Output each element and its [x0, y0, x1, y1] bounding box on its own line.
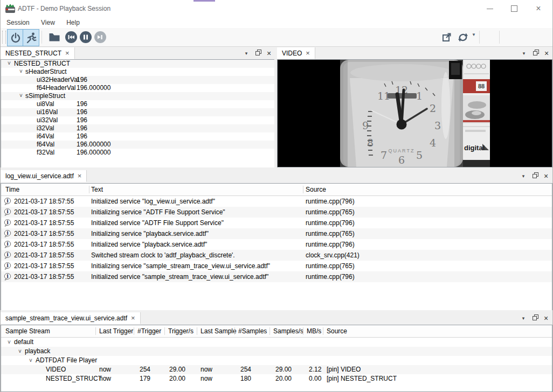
tree-row[interactable]: i64Val196	[1, 132, 274, 141]
column-header-text[interactable]: Text	[91, 184, 103, 195]
tree-row[interactable]: ˅sHeaderStruct	[1, 68, 274, 76]
column-header-trigger-s[interactable]: Trigger/s	[168, 325, 193, 337]
tab-video[interactable]: VIDEO×	[277, 47, 315, 59]
chevron-down-icon[interactable]: ˅	[16, 347, 24, 356]
svg-text:i: i	[6, 262, 9, 268]
panel-close-icon[interactable]: ×	[542, 49, 551, 58]
tab-close-icon[interactable]: ×	[131, 312, 135, 324]
column-header-last-trigger[interactable]: Last Trigger	[99, 325, 133, 337]
chevron-down-icon[interactable]: ˅	[5, 60, 13, 67]
table-row[interactable]: i2021-03-17 18:57:55Initializing service…	[1, 207, 552, 218]
panel-menu-icon[interactable]: ▾	[520, 49, 528, 58]
float-panel-icon[interactable]	[531, 49, 540, 58]
panel-menu-icon[interactable]: ▾	[519, 314, 528, 323]
tab-trace-view[interactable]: sample_stream_trace_view.ui_service.adtf…	[1, 312, 141, 324]
column-separator[interactable]	[197, 327, 197, 335]
column-header-source[interactable]: Source	[306, 184, 326, 195]
minimize-button[interactable]	[481, 1, 499, 16]
tree-row[interactable]: f64HeaderVal196.000000	[1, 84, 274, 92]
svg-text:i: i	[6, 208, 9, 214]
log-time-cell: 2021-03-17 18:57:55	[14, 218, 74, 228]
tree-row[interactable]: i32Val196	[1, 124, 274, 132]
panel-close-icon[interactable]: ×	[542, 172, 550, 180]
column-separator[interactable]	[164, 327, 165, 335]
menu-session[interactable]: Session	[2, 17, 34, 28]
float-panel-icon[interactable]	[531, 172, 540, 180]
panel-menu-icon[interactable]: ▾	[519, 172, 528, 180]
maximize-button[interactable]	[505, 1, 523, 16]
column-header-sample-stream[interactable]: Sample Stream	[5, 325, 50, 337]
table-row[interactable]: i2021-03-17 18:57:55Initializing service…	[1, 261, 552, 271]
menu-help[interactable]: Help	[61, 17, 85, 28]
table-row[interactable]: i2021-03-17 18:57:55Initialized service …	[1, 218, 552, 228]
tree-row[interactable]: ˅NESTED_STRUCT	[1, 60, 274, 68]
column-separator[interactable]	[323, 327, 323, 335]
log-text-cell: Switched stream clock to 'adtf_playback_…	[91, 250, 235, 261]
tree-row[interactable]: f64Val196.000000	[1, 141, 274, 149]
svg-text:i: i	[6, 251, 9, 257]
tree-row[interactable]: ui8Val196	[1, 100, 274, 108]
tree-row[interactable]: ui32Val196	[1, 116, 274, 124]
column-separator[interactable]	[269, 327, 270, 335]
close-button[interactable]: ×	[529, 1, 548, 16]
tab-close-icon[interactable]: ×	[306, 47, 310, 59]
column-separator[interactable]	[134, 327, 134, 335]
panel-close-icon[interactable]: ×	[542, 314, 550, 323]
column-header--samples[interactable]: #Samples	[238, 325, 267, 337]
tab-close-icon[interactable]: ×	[65, 47, 70, 59]
column-separator[interactable]	[89, 186, 89, 193]
table-row[interactable]: i2021-03-17 18:57:55Initialized service …	[1, 271, 552, 282]
table-row[interactable]: i2021-03-17 18:57:55Initializing service…	[1, 228, 552, 239]
float-panel-icon[interactable]	[531, 314, 540, 323]
toolbar-separator	[42, 31, 42, 44]
tab-nested-struct[interactable]: NESTED_STRUCT×	[1, 47, 75, 59]
tree-item-value: 196	[77, 100, 87, 108]
log-time-cell: 2021-03-17 18:57:55	[14, 250, 74, 261]
table-row[interactable]: ˅ADTFDAT File Player	[1, 356, 552, 365]
column-header-samples-s[interactable]: Samples/s	[273, 325, 303, 337]
table-row[interactable]: i2021-03-17 18:57:55Switched stream cloc…	[1, 250, 552, 261]
info-icon: i	[4, 273, 11, 281]
table-row[interactable]: ˅default	[1, 338, 552, 347]
column-header-time[interactable]: Time	[5, 184, 19, 195]
info-icon: i	[4, 251, 11, 259]
menu-view[interactable]: View	[36, 17, 60, 28]
tree-row[interactable]: ui16Val196	[1, 108, 274, 116]
export-button[interactable]	[439, 29, 454, 45]
column-header--trigger[interactable]: #Trigger	[137, 325, 161, 337]
start-playback-button[interactable]	[23, 29, 39, 46]
menu-bar: Session View Help	[1, 17, 552, 28]
column-separator[interactable]	[95, 327, 96, 335]
toolbar-grip[interactable]	[2, 31, 6, 44]
column-separator[interactable]	[234, 327, 235, 335]
table-row[interactable]: i2021-03-17 18:57:55Initialized service …	[1, 196, 552, 207]
column-separator[interactable]	[303, 186, 303, 193]
chevron-down-icon[interactable]: ˅	[17, 68, 25, 75]
column-separator[interactable]	[303, 327, 303, 335]
table-row[interactable]: i2021-03-17 18:57:55Initialized service …	[1, 239, 552, 250]
stream-name-cell: playback	[25, 347, 50, 356]
power-button[interactable]	[7, 29, 24, 46]
tree-row[interactable]: ui32HeaderVal196	[1, 76, 274, 84]
tree-row[interactable]: ˅sSimpleStruct	[1, 92, 274, 100]
panel-close-icon[interactable]: ×	[265, 49, 273, 58]
loop-dropdown-button[interactable]: ▼	[472, 32, 476, 37]
chevron-down-icon[interactable]: ˅	[27, 356, 34, 365]
loop-button[interactable]	[455, 29, 471, 45]
skip-end-button[interactable]	[91, 29, 109, 45]
chevron-down-icon[interactable]: ˅	[17, 92, 25, 100]
float-panel-icon[interactable]	[254, 49, 262, 58]
panel-menu-icon[interactable]: ▾	[242, 49, 251, 58]
chevron-down-icon[interactable]: ˅	[5, 338, 13, 347]
table-row[interactable]: VIDEOnow25429.00now25429.002.12[pin] VID…	[1, 365, 552, 374]
tree-row[interactable]: f32Val196.000000	[1, 149, 274, 157]
tab-close-icon[interactable]: ×	[78, 170, 82, 181]
tab-log-view[interactable]: log_view.ui_service.adtf×	[1, 170, 87, 182]
column-header-mb-s[interactable]: MB/s	[307, 325, 321, 337]
open-folder-button[interactable]	[45, 29, 64, 45]
table-row[interactable]: NESTED_STRUCTnow17920.00now18020.000.00[…	[1, 374, 552, 383]
column-header-last-sample[interactable]: Last Sample	[201, 325, 237, 337]
table-row[interactable]: ˅playback	[1, 347, 552, 356]
toolbar-separator	[499, 31, 500, 44]
column-header-source[interactable]: Source	[327, 325, 347, 337]
